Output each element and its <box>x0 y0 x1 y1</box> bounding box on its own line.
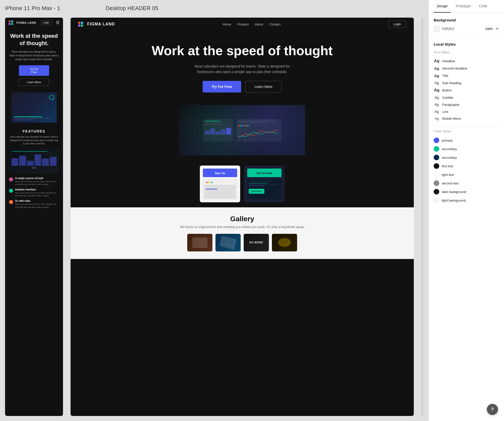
color-secondary-green[interactable]: secondary <box>434 145 499 153</box>
ag-subheading-icon: Ag <box>434 81 440 85</box>
tab-design[interactable]: Design <box>434 0 451 13</box>
dark-background-name: dark background <box>442 190 466 194</box>
sign-up-label: Sign Up <box>215 172 225 175</box>
svg-rect-0 <box>9 20 11 22</box>
gallery-images: DO MORE <box>81 234 404 251</box>
iphone-mockup-area <box>5 90 63 125</box>
background-color-value: F2F2F2 <box>442 27 483 31</box>
ag-second-headline-icon: Ag <box>434 66 440 71</box>
text-style-title[interactable]: Ag Title <box>434 72 499 79</box>
feature-1-title: A single source of truth <box>15 177 59 180</box>
light-text-name: light text <box>442 173 454 177</box>
color-second-text[interactable]: second text <box>434 179 499 187</box>
ag-mobile-menu-icon: Ag <box>434 117 440 120</box>
tab-code[interactable]: Code <box>476 0 490 13</box>
local-styles-title: Local Styles <box>434 42 499 46</box>
color-secondary-dark[interactable]: secondary <box>434 153 499 162</box>
iphone-subtitle: Most calendars are designed for teams. S… <box>9 50 59 61</box>
ag-headline-icon: Ag <box>434 59 440 63</box>
button-style-name: Button <box>442 88 452 92</box>
gallery-subtitle: We focus on ergonomics and meeting you w… <box>81 225 404 229</box>
color-light-text[interactable]: light text <box>434 170 499 179</box>
svg-rect-1 <box>9 23 11 25</box>
iphone-frame-label: iPhone 11 Pro Max - 1 <box>5 5 60 12</box>
local-styles-section: Local Styles Text Styles Ag Headline Ag … <box>429 37 504 127</box>
desktop-learn-more-button[interactable]: Learn More <box>245 81 282 92</box>
desktop-frame-label: Desktop HEADER 05 <box>106 5 158 12</box>
iphone-try-free-button[interactable]: Try For Free <box>19 65 49 76</box>
iphone-learn-more-button[interactable]: Learn More <box>19 78 49 86</box>
dashboard-card-1 <box>203 119 233 142</box>
desktop-login-button[interactable]: Login <box>388 21 406 28</box>
text-style-second-headline[interactable]: Ag Second Headline <box>434 65 499 72</box>
color-primary[interactable]: primary <box>434 136 499 145</box>
nav-contact[interactable]: Contact <box>269 22 281 26</box>
dark-background-swatch <box>434 189 439 195</box>
secondary-green-swatch <box>434 146 439 152</box>
mini-bars <box>12 153 56 166</box>
iphone-nav: FIGMA LAND Login ☰ <box>5 18 63 27</box>
nav-about[interactable]: About <box>255 22 263 26</box>
text-style-paragraphe[interactable]: Ag Paragraphe <box>434 101 499 108</box>
desktop-try-free-button[interactable]: Try For Free <box>203 81 241 92</box>
text-style-button[interactable]: Ag Button <box>434 86 499 94</box>
text-styles-label: Text Styles <box>434 50 499 54</box>
canvas-area: iPhone 11 Pro Max - 1 Desktop HEADER 05 … <box>0 0 428 421</box>
text-style-mobile-menu[interactable]: Ag Mobile Menu <box>434 115 499 122</box>
gallery-img-inner-1 <box>192 237 207 248</box>
gallery-image-2 <box>215 234 241 251</box>
iphone-login-button[interactable]: Login <box>41 20 51 25</box>
tab-prototype[interactable]: Prototype <box>453 0 474 13</box>
text-style-subheading[interactable]: Ag Sub Heading <box>434 79 499 86</box>
design-panel: Design Prototype Code Background F2F2F2 … <box>428 0 504 421</box>
dashboard-elements <box>198 114 287 147</box>
background-color-swatch[interactable] <box>434 26 440 32</box>
title-name: Title <box>442 74 448 78</box>
text-style-link[interactable]: Ag Link <box>434 108 499 115</box>
svg-rect-2 <box>11 20 13 22</box>
text-style-headline[interactable]: Ag Headline <box>434 57 499 65</box>
headline-name: Headline <box>442 59 455 63</box>
secondary-dark-name: secondary <box>442 156 457 159</box>
color-first-text[interactable]: first text <box>434 162 499 170</box>
frames-row: FIGMA LAND Login ☰ Work at the speed of … <box>5 18 423 416</box>
iphone-features: FEATURES Most calendars are designed for… <box>5 125 63 215</box>
gallery-image-4 <box>272 234 297 251</box>
product-screenshot-1 <box>205 180 235 198</box>
subtitle-name: Subtitle <box>442 96 453 100</box>
product-card-2-header: Try For Free <box>247 169 281 177</box>
iphone-features-title: FEATURES <box>9 129 59 133</box>
desktop-subtitle: Most calendars are designed for teams. S… <box>192 63 293 75</box>
nav-home[interactable]: Home <box>223 22 231 26</box>
ag-button-icon: Ag <box>434 88 440 92</box>
iphone-hero: Work at the speed of thought. Most calen… <box>5 27 63 90</box>
line-chart-svg <box>238 128 278 139</box>
hamburger-icon[interactable]: ☰ <box>56 20 59 25</box>
help-button[interactable]: ? <box>487 404 498 415</box>
primary-color-swatch <box>434 138 439 143</box>
feature-3-icon <box>9 200 13 204</box>
color-dark-background[interactable]: dark background <box>434 187 499 196</box>
desktop-logo: FIGMA LAND <box>78 22 115 27</box>
feature-2-desc: When you add work to your Slate calendar… <box>15 191 59 197</box>
color-light-background[interactable]: light background <box>434 196 499 205</box>
background-title: Background <box>434 18 499 22</box>
desktop-product-section: Sign Up <box>71 160 414 207</box>
desktop-gallery-section: Gallery We focus on ergonomics and meeti… <box>71 207 414 259</box>
gallery-label-3: DO MORE <box>249 241 263 244</box>
light-background-name: light background <box>442 199 466 202</box>
gallery-image-3: DO MORE <box>244 234 269 251</box>
desktop-nav: FIGMA LAND Home Product About Contact Lo… <box>71 18 414 31</box>
percentage-label: 68% <box>12 167 56 169</box>
product-card-2: Try For Free Try For Free <box>244 166 285 202</box>
background-section: Background F2F2F2 100% 👁 <box>429 13 504 37</box>
second-text-swatch <box>434 180 439 186</box>
nav-product[interactable]: Product <box>237 22 249 26</box>
text-style-subtitle[interactable]: Ag Subtitle <box>434 94 499 101</box>
ag-link-icon: Ag <box>434 110 440 114</box>
visibility-icon[interactable]: 👁 <box>495 27 499 31</box>
scrollbar[interactable] <box>421 18 423 416</box>
product-card-1-header: Sign Up <box>203 169 237 177</box>
cta-label: Try For Free <box>251 190 262 192</box>
second-text-name: second text <box>442 181 459 185</box>
